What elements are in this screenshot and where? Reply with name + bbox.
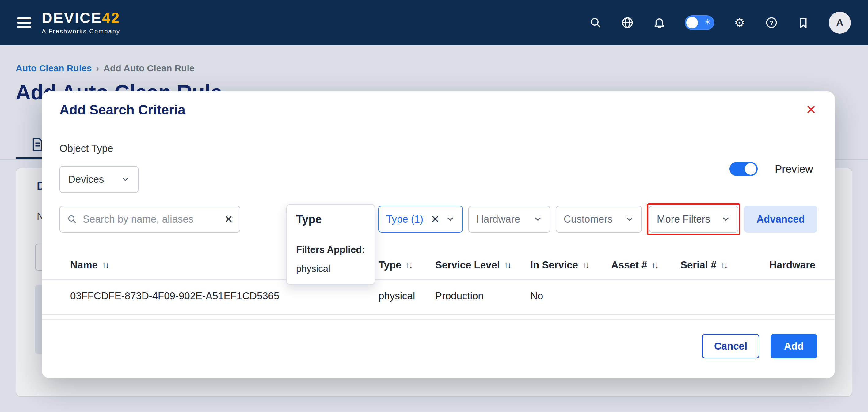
table-row-divider (42, 319, 835, 320)
gear-icon[interactable]: ⚙ (733, 16, 746, 29)
table-row[interactable]: 03FFCDFE-873D-4F09-902E-A51EF1CD5365 phy… (42, 279, 835, 315)
add-search-criteria-modal: Add Search Criteria ✕ Object Type Device… (42, 91, 835, 378)
cell-in-service: No (530, 290, 543, 302)
top-navigation: DEVICE42 A Freshworks Company ☀ ⚙ ? A (0, 0, 868, 45)
hamburger-menu-icon[interactable] (17, 18, 31, 28)
more-filters-label: More Filters (657, 213, 710, 225)
advanced-button[interactable]: Advanced (744, 206, 817, 233)
bookmark-icon[interactable] (797, 16, 810, 29)
preview-toggle[interactable] (730, 162, 758, 176)
object-type-value: Devices (68, 174, 104, 185)
globe-icon[interactable] (621, 16, 634, 29)
sun-icon: ☀ (704, 18, 711, 27)
device42-logo[interactable]: DEVICE42 A Freshworks Company (42, 11, 120, 35)
more-filters-dropdown[interactable]: More Filters (649, 206, 738, 233)
results-table-header: Name ↑↓ Type ↑↓ Service Level ↑↓ In Serv… (42, 252, 835, 279)
search-input[interactable] (83, 213, 219, 225)
cell-service-level: Production (435, 290, 484, 302)
chevron-down-icon (446, 214, 455, 224)
svg-text:?: ? (770, 19, 774, 26)
chevron-down-icon (533, 214, 542, 224)
remove-type-filter-icon[interactable]: ✕ (431, 213, 440, 225)
help-icon[interactable]: ? (765, 16, 778, 29)
column-header-hardware[interactable]: Hardware (769, 259, 815, 271)
sort-icon[interactable]: ↑↓ (504, 261, 510, 270)
column-header-type[interactable]: Type ↑↓ (378, 259, 412, 271)
user-avatar[interactable]: A (829, 12, 851, 34)
chevron-down-icon (625, 214, 634, 224)
sort-icon[interactable]: ↑↓ (720, 261, 727, 270)
logo-tagline: A Freshworks Company (42, 28, 120, 35)
close-icon[interactable]: ✕ (806, 103, 816, 116)
search-icon[interactable] (589, 16, 602, 29)
logo-text: DEVICE42 (42, 11, 120, 25)
modal-title: Add Search Criteria (59, 102, 185, 117)
theme-toggle[interactable]: ☀ (685, 15, 714, 30)
logo-accent: 42 (102, 10, 120, 26)
sort-icon[interactable]: ↑↓ (102, 261, 108, 270)
column-header-in-service[interactable]: In Service ↑↓ (530, 259, 589, 271)
preview-label: Preview (775, 163, 813, 175)
column-header-service-level[interactable]: Service Level ↑↓ (435, 259, 510, 271)
theme-toggle-knob (686, 17, 698, 29)
sort-icon[interactable]: ↑↓ (406, 261, 412, 270)
tooltip-title: Type (296, 213, 365, 226)
hardware-filter-dropdown[interactable]: Hardware (468, 206, 551, 233)
clear-search-icon[interactable]: ✕ (224, 213, 233, 225)
sort-icon[interactable]: ↑↓ (651, 261, 658, 270)
cell-type: physical (378, 290, 415, 302)
add-button[interactable]: Add (771, 334, 817, 358)
customers-filter-label: Customers (564, 213, 613, 225)
type-filter-label: Type (1) (386, 213, 423, 225)
column-header-serial[interactable]: Serial # ↑↓ (680, 259, 727, 271)
preview-toggle-knob (745, 163, 756, 175)
column-header-name[interactable]: Name ↑↓ (70, 259, 108, 271)
search-field: ✕ (59, 206, 240, 233)
cancel-button[interactable]: Cancel (702, 334, 760, 358)
customers-filter-dropdown[interactable]: Customers (556, 206, 642, 233)
tooltip-applied-value: physical (296, 263, 331, 274)
object-type-select[interactable]: Devices (59, 166, 138, 193)
hardware-filter-label: Hardware (476, 213, 520, 225)
bell-icon[interactable] (653, 16, 666, 29)
type-filter-chip[interactable]: Type (1) ✕ (378, 206, 463, 233)
filter-applied-tooltip: Type Filters Applied: physical (286, 204, 375, 285)
object-type-label: Object Type (59, 143, 114, 154)
sort-icon[interactable]: ↑↓ (582, 261, 589, 270)
tooltip-applied-label: Filters Applied: (296, 244, 365, 255)
cell-name: 03FFCDFE-873D-4F09-902E-A51EF1CD5365 (70, 290, 279, 302)
magnifier-icon (67, 214, 77, 225)
column-header-asset[interactable]: Asset # ↑↓ (611, 259, 658, 271)
chevron-down-icon (721, 214, 731, 224)
chevron-down-icon (121, 175, 130, 184)
